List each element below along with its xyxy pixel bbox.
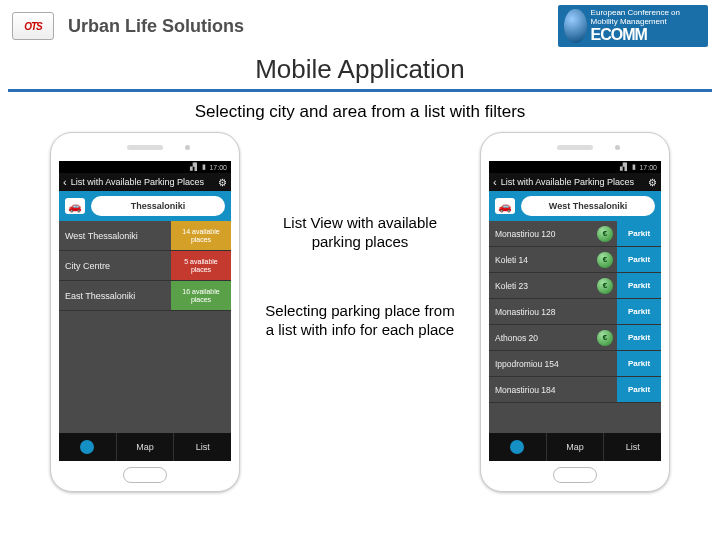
bottom-nav: Map List — [59, 433, 231, 461]
slide-header: OTS Urban Life Solutions European Confer… — [0, 0, 720, 52]
tab-list[interactable]: List — [174, 433, 231, 461]
ecomm-small-text: European Conference on Mobility Manageme… — [591, 8, 702, 26]
euro-icon: € — [597, 330, 613, 346]
place-name: Monastiriou 184 — [489, 385, 617, 395]
place-name: Monastiriou 128 — [489, 307, 617, 317]
area-name: West Thessaloniki — [59, 231, 171, 241]
tab-list[interactable]: List — [604, 433, 661, 461]
car-icon[interactable]: 🚗 — [65, 198, 85, 214]
tab-map[interactable]: Map — [117, 433, 175, 461]
tab-map[interactable]: Map — [547, 433, 605, 461]
parkit-button[interactable]: Parkit — [617, 221, 661, 246]
app-title: List with Available Parking Places — [71, 177, 204, 187]
availability-badge: 14 availableplaces — [171, 221, 231, 250]
place-row[interactable]: Monastiriou 120€Parkit — [489, 221, 661, 247]
status-time: 17:00 — [209, 164, 227, 171]
area-name: East Thessaloniki — [59, 291, 171, 301]
slide-title: Mobile Application — [8, 52, 712, 92]
area-name: City Centre — [59, 261, 171, 271]
phone-mockup-places: ▞▌ ▮ 17:00 ‹ List with Available Parking… — [480, 132, 670, 492]
settings-icon[interactable]: ⚙ — [218, 177, 227, 188]
place-row[interactable]: Koleti 14€Parkit — [489, 247, 661, 273]
place-row[interactable]: Monastiriou 128Parkit — [489, 299, 661, 325]
ecomm-logo: European Conference on Mobility Manageme… — [558, 5, 708, 47]
back-icon[interactable]: ‹ — [63, 176, 67, 188]
app-title-bar: ‹ List with Available Parking Places ⚙ — [489, 173, 661, 191]
app-title-bar: ‹ List with Available Parking Places ⚙ — [59, 173, 231, 191]
place-name: Monastiriou 120 — [489, 229, 593, 239]
app-title: List with Available Parking Places — [501, 177, 634, 187]
parkit-button[interactable]: Parkit — [617, 273, 661, 298]
android-status-bar: ▞▌ ▮ 17:00 — [59, 161, 231, 173]
slide-subtitle: Selecting city and area from a list with… — [0, 102, 720, 122]
android-status-bar: ▞▌ ▮ 17:00 — [489, 161, 661, 173]
place-row[interactable]: Ippodromiou 154Parkit — [489, 351, 661, 377]
car-icon[interactable]: 🚗 — [495, 198, 515, 214]
area-row[interactable]: West Thessaloniki14 availableplaces — [59, 221, 231, 251]
place-name: Ippodromiou 154 — [489, 359, 617, 369]
ecomm-globe-icon — [564, 9, 587, 43]
phone-earpiece — [557, 145, 593, 150]
city-dropdown[interactable]: West Thessaloniki — [521, 196, 655, 216]
ecomm-big-text: ECOMM — [591, 26, 702, 44]
parkit-button[interactable]: Parkit — [617, 325, 661, 350]
battery-icon: ▮ — [202, 163, 206, 171]
city-dropdown[interactable]: Thessaloniki — [91, 196, 225, 216]
phone-home-button[interactable] — [123, 467, 167, 483]
area-list: West Thessaloniki14 availableplacesCity … — [59, 221, 231, 433]
place-name: Koleti 23 — [489, 281, 593, 291]
parkit-button[interactable]: Parkit — [617, 377, 661, 402]
caption-select-place: Selecting parking place from a list with… — [260, 302, 460, 340]
phone-earpiece — [127, 145, 163, 150]
place-row[interactable]: Athonos 20€Parkit — [489, 325, 661, 351]
availability-badge: 16 availableplaces — [171, 281, 231, 310]
signal-icon: ▞▌ — [620, 163, 630, 171]
place-row[interactable]: Monastiriou 184Parkit — [489, 377, 661, 403]
city-selector-bar: 🚗 Thessaloniki — [59, 191, 231, 221]
area-row[interactable]: East Thessaloniki16 availableplaces — [59, 281, 231, 311]
euro-icon: € — [597, 226, 613, 242]
home-icon — [510, 440, 524, 454]
place-name: Athonos 20 — [489, 333, 593, 343]
status-time: 17:00 — [639, 164, 657, 171]
euro-icon: € — [597, 278, 613, 294]
place-list: Monastiriou 120€ParkitKoleti 14€ParkitKo… — [489, 221, 661, 433]
area-row[interactable]: City Centre5 availableplaces — [59, 251, 231, 281]
euro-icon: € — [597, 252, 613, 268]
signal-icon: ▞▌ — [190, 163, 200, 171]
home-icon — [80, 440, 94, 454]
battery-icon: ▮ — [632, 163, 636, 171]
ots-logo: OTS — [12, 12, 54, 40]
phone-mockup-areas: ▞▌ ▮ 17:00 ‹ List with Available Parking… — [50, 132, 240, 492]
place-name: Koleti 14 — [489, 255, 593, 265]
bottom-nav: Map List — [489, 433, 661, 461]
phone-sensor — [615, 145, 620, 150]
tab-home[interactable] — [489, 433, 547, 461]
tab-home[interactable] — [59, 433, 117, 461]
back-icon[interactable]: ‹ — [493, 176, 497, 188]
parkit-button[interactable]: Parkit — [617, 351, 661, 376]
parkit-button[interactable]: Parkit — [617, 247, 661, 272]
city-selector-bar: 🚗 West Thessaloniki — [489, 191, 661, 221]
phone-home-button[interactable] — [553, 467, 597, 483]
urban-life-solutions-label: Urban Life Solutions — [68, 16, 244, 37]
settings-icon[interactable]: ⚙ — [648, 177, 657, 188]
availability-badge: 5 availableplaces — [171, 251, 231, 280]
phone-sensor — [185, 145, 190, 150]
caption-list-view: List View with available parking places — [260, 214, 460, 252]
parkit-button[interactable]: Parkit — [617, 299, 661, 324]
place-row[interactable]: Koleti 23€Parkit — [489, 273, 661, 299]
